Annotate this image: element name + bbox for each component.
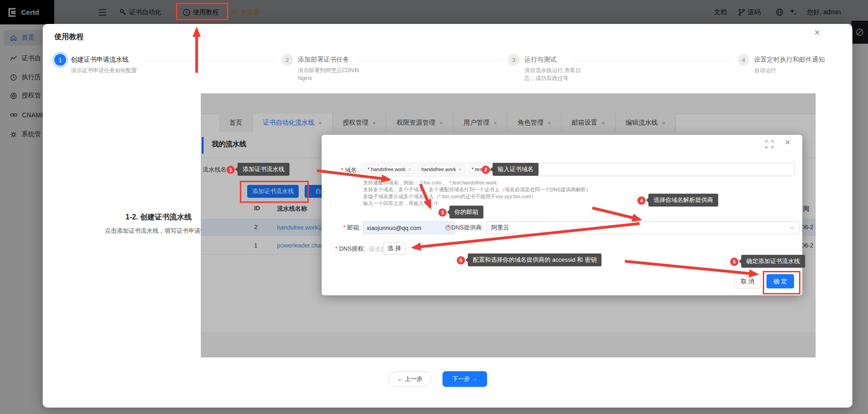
step-connector: [357, 60, 501, 61]
tutorial-close-icon[interactable]: ×: [814, 27, 820, 39]
step-title: 添加部署证书任务: [298, 54, 368, 64]
step-desc: 演示部署到阿里云CDN和Nginx: [298, 67, 368, 82]
step-title: 创建证书申请流水线: [71, 54, 141, 64]
step-connector: [573, 60, 731, 61]
annotation-tip-6: 确定添加证书流水线: [741, 255, 805, 268]
domain-tag: *.handsfree.work×: [364, 165, 415, 174]
chevron-down-icon: [790, 226, 794, 229]
next-step-button[interactable]: 下一步 →: [443, 371, 487, 387]
annotation-tip-5: 配置和选择你的域名提供商的 accessid 和 密钥: [468, 253, 601, 266]
annotation-badge-5: 5: [457, 256, 465, 264]
highlight-box-confirm: [763, 271, 800, 294]
step-desc: 自动运行: [754, 67, 825, 75]
tutorial-step-2: 2 添加部署证书任务 演示部署到阿里云CDN和Nginx: [281, 54, 368, 82]
domain-help-text: 支持通配符域名，例如： *.foo.com 、 *.test.handsfree…: [363, 179, 591, 207]
annotation-badge-4: 4: [637, 196, 646, 205]
step-number: 1: [54, 54, 66, 66]
dns-auth-select-button[interactable]: 选 择: [383, 242, 405, 255]
step-number: 2: [281, 54, 293, 66]
annotation-tip-4: 选择你域名解析提供商: [648, 194, 718, 207]
tutorial-step-1: 1 创建证书申请流水线 演示证书申请任务如何配置: [54, 54, 141, 75]
fullscreen-icon[interactable]: [766, 140, 773, 148]
domain-label: 域名:: [322, 166, 358, 174]
cancel-button[interactable]: 取 消: [734, 274, 761, 288]
tag-close-icon[interactable]: ×: [459, 167, 461, 172]
domain-tag: handsfree.work×: [418, 165, 465, 174]
annotation-tip-1: 添加证书流水线: [238, 163, 289, 176]
dns-provider-select[interactable]: 阿里云: [486, 221, 800, 234]
dns-provider-value: 阿里云: [491, 224, 509, 232]
step-desc: 演示证书申请任务如何配置: [71, 67, 141, 75]
prev-step-button[interactable]: ← 上一步: [388, 371, 431, 387]
annotation-badge-3: 3: [438, 208, 447, 217]
step-title: 运行与测试: [524, 54, 591, 64]
dialog-close-icon[interactable]: ×: [785, 137, 790, 148]
annotation-badge-2: 2: [482, 166, 490, 174]
add-pipeline-dialog: × 域名: *.handsfree.work× handsfree.work× …: [322, 135, 802, 295]
dns-provider-label: DNS提供商:: [432, 224, 483, 232]
tutorial-step-3: 3 运行与测试 演示流水线运行,查看日志，成功后跳过等: [508, 54, 591, 82]
tag-close-icon[interactable]: ×: [408, 167, 411, 172]
email-label: 邮箱:: [322, 224, 361, 232]
dns-auth-label: DNS授权:: [322, 245, 365, 253]
annotation-badge-1: 1: [227, 166, 235, 174]
step-title: 设置定时执行和邮件通知: [754, 54, 825, 64]
step-desc: 演示流水线运行,查看日志，成功后跳过等: [524, 67, 591, 82]
highlight-box-tutorial: [176, 3, 228, 20]
step-connector: [145, 60, 275, 61]
annotation-tip-3: 你的邮箱: [449, 206, 483, 218]
highlight-box-add-button: [240, 181, 309, 203]
step-number: 4: [738, 54, 749, 66]
tutorial-title: 使用教程: [54, 32, 84, 42]
annotation-badge-6: 6: [730, 258, 738, 266]
annotation-tip-2: 输入证书域名: [493, 163, 539, 176]
email-value: xiaojunnuo@qq.com: [367, 224, 421, 231]
step-number: 3: [508, 54, 520, 66]
tutorial-step-4: 4 设置定时执行和邮件通知 自动运行: [738, 54, 825, 75]
